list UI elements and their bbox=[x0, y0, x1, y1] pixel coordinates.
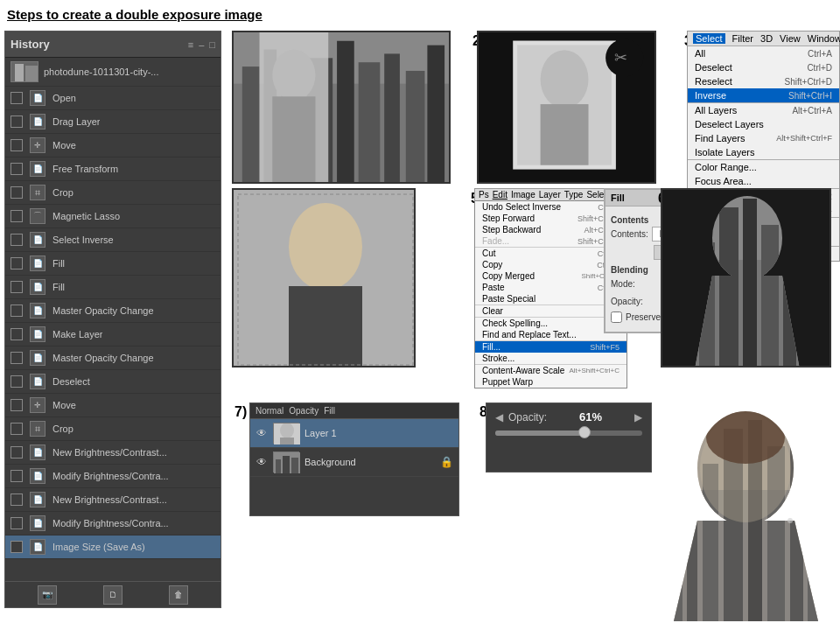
history-item-crop2[interactable]: ⌗ Crop bbox=[5, 417, 220, 441]
menu-item-all-layers[interactable]: All LayersAlt+Ctrl+A bbox=[688, 102, 839, 117]
history-checkbox bbox=[10, 423, 23, 435]
svg-point-20 bbox=[541, 50, 589, 108]
history-item-label: Move bbox=[52, 400, 76, 410]
layer1-row[interactable]: 👁 Layer 1 bbox=[250, 419, 458, 448]
history-item-crop1[interactable]: ⌗ Crop bbox=[5, 181, 220, 205]
history-panel-title: History bbox=[10, 38, 50, 51]
preserve-transparency-checkbox[interactable] bbox=[611, 312, 622, 323]
menu-window[interactable]: Window bbox=[808, 33, 840, 44]
doc-icon: 📄 bbox=[30, 374, 46, 389]
history-item-new-brightness1[interactable]: 📄 New Brightness/Contrast... bbox=[5, 441, 220, 465]
history-item-magnetic-lasso[interactable]: ⌒ Magnetic Lasso bbox=[5, 205, 220, 228]
history-item-master-opacity1[interactable]: 📄 Master Opacity Change bbox=[5, 299, 220, 323]
svg-rect-45 bbox=[280, 438, 294, 444]
menu-item-all[interactable]: AllCtrl+A bbox=[688, 46, 839, 60]
opacity-row: ◀ Opacity: 61% ▶ bbox=[486, 403, 651, 430]
edit-fill[interactable]: Fill...Shift+F5 bbox=[475, 340, 626, 353]
doc-icon: 📄 bbox=[30, 256, 46, 271]
history-item-label: Select Inverse bbox=[52, 234, 114, 245]
menu-item-inverse[interactable]: InverseShift+Ctrl+I bbox=[688, 88, 839, 102]
history-item-master-opacity2[interactable]: 📄 Master Opacity Change bbox=[5, 346, 220, 370]
history-minimize-icon[interactable]: – bbox=[199, 39, 204, 50]
edit-menu[interactable]: Edit bbox=[493, 190, 508, 200]
history-item-fill2[interactable]: 📄 Fill bbox=[5, 276, 220, 299]
history-item-modify-brightness1[interactable]: 📄 Modify Brightness/Contra... bbox=[5, 465, 220, 488]
svg-rect-12 bbox=[406, 71, 425, 182]
history-item-image-size[interactable]: 📄 Image Size (Save As) bbox=[5, 536, 220, 559]
history-checkbox bbox=[10, 541, 23, 553]
history-item-label: New Brightness/Contrast... bbox=[52, 447, 167, 458]
svg-rect-10 bbox=[359, 62, 381, 182]
menu-item-reselect[interactable]: ReselectShift+Ctrl+D bbox=[688, 74, 839, 88]
type-menu[interactable]: Type bbox=[564, 190, 584, 200]
svg-rect-63 bbox=[808, 451, 823, 621]
history-menu-icon[interactable]: ≡ bbox=[188, 39, 193, 50]
history-item-move1[interactable]: ✛ Move bbox=[5, 134, 220, 158]
opacity-left-arrow[interactable]: ◀ bbox=[495, 411, 503, 424]
menu-filter[interactable]: Filter bbox=[732, 33, 753, 44]
menu-item-focus-area[interactable]: Focus Area... bbox=[688, 174, 839, 188]
delete-state-button[interactable]: 🗑 bbox=[169, 585, 188, 605]
layer-menu[interactable]: Layer bbox=[539, 190, 561, 200]
bg-thumbnail bbox=[273, 452, 299, 472]
menu-item-find-layers[interactable]: Find LayersAlt+Shift+Ctrl+F bbox=[688, 131, 839, 145]
svg-point-66 bbox=[788, 518, 793, 523]
opacity-right-arrow[interactable]: ▶ bbox=[634, 411, 642, 424]
opacity-label: Opacity: bbox=[508, 411, 547, 424]
opacity-slider-track[interactable] bbox=[495, 430, 642, 436]
opacity-value[interactable]: 61% bbox=[552, 410, 629, 424]
contents-label: Contents: bbox=[611, 229, 648, 239]
edit-stroke[interactable]: Stroke... bbox=[475, 353, 626, 364]
bg-visibility-icon[interactable]: 👁 bbox=[256, 456, 268, 468]
history-checkbox bbox=[10, 375, 23, 388]
history-checkbox bbox=[10, 116, 23, 128]
history-snapshot[interactable]: photodune-1011301-city-... bbox=[5, 58, 220, 87]
history-item-fill1[interactable]: 📄 Fill bbox=[5, 252, 220, 276]
history-item-open[interactable]: 📄 Open bbox=[5, 87, 220, 110]
edit-content-aware[interactable]: Content-Aware ScaleAlt+Shift+Ctrl+C bbox=[475, 364, 626, 376]
svg-rect-2 bbox=[25, 66, 38, 81]
history-item-drag-layer[interactable]: 📄 Drag Layer bbox=[5, 110, 220, 134]
image-menu[interactable]: Image bbox=[511, 190, 536, 200]
edit-puppet-warp[interactable]: Puppet Warp bbox=[475, 376, 626, 388]
fill-header-label: Fill bbox=[324, 406, 335, 416]
opacity-fill-label: Opacity: bbox=[611, 297, 659, 306]
opacity-slider-row bbox=[486, 430, 651, 443]
history-item-modify-brightness2[interactable]: 📄 Modify Brightness/Contra... bbox=[5, 512, 220, 536]
history-expand-icon[interactable]: □ bbox=[209, 39, 215, 50]
history-item-select-inverse[interactable]: 📄 Select Inverse bbox=[5, 228, 220, 252]
history-item-label: Fill bbox=[52, 258, 65, 269]
history-item-new-brightness2[interactable]: 📄 New Brightness/Contrast... bbox=[5, 488, 220, 512]
history-item-label: Modify Brightness/Contra... bbox=[52, 518, 169, 528]
crop-icon: ⌗ bbox=[30, 421, 46, 437]
menu-item-isolate-layers[interactable]: Isolate Layers bbox=[688, 145, 839, 159]
step6-image bbox=[661, 188, 831, 368]
new-document-button[interactable]: 🗋 bbox=[103, 585, 122, 605]
snapshot-label: photodune-1011301-city-... bbox=[44, 66, 158, 77]
menu-select[interactable]: Select bbox=[693, 33, 725, 44]
history-item-free-transform[interactable]: 📄 Free Transform bbox=[5, 158, 220, 181]
new-snapshot-button[interactable]: 📷 bbox=[38, 585, 57, 605]
step1-city-bg bbox=[234, 32, 449, 182]
history-item-make-layer[interactable]: 📄 Make Layer bbox=[5, 323, 220, 346]
menu-item-deselect[interactable]: DeselectCtrl+D bbox=[688, 60, 839, 74]
history-item-label: Crop bbox=[52, 187, 74, 198]
opacity-slider-thumb[interactable] bbox=[578, 426, 591, 438]
menu-3d[interactable]: 3D bbox=[760, 33, 773, 44]
history-item-label: Modify Brightness/Contra... bbox=[52, 471, 169, 481]
step7-label: 7) bbox=[234, 404, 247, 420]
menu-item-color-range[interactable]: Color Range... bbox=[688, 159, 839, 174]
menu-item-deselect-layers[interactable]: Deselect Layers bbox=[688, 117, 839, 131]
layer-lock-icon: 🔒 bbox=[440, 456, 453, 468]
menu-view[interactable]: View bbox=[780, 33, 801, 44]
doc-icon: 📄 bbox=[30, 90, 46, 106]
layer1-visibility-icon[interactable]: 👁 bbox=[256, 427, 268, 439]
history-item-deselect[interactable]: 📄 Deselect bbox=[5, 370, 220, 394]
history-checkbox bbox=[10, 328, 23, 340]
doc-icon: 📄 bbox=[30, 539, 46, 555]
background-layer-row[interactable]: 👁 Background 🔒 bbox=[250, 448, 458, 477]
history-checkbox bbox=[10, 470, 23, 482]
crop-icon: ⌗ bbox=[30, 185, 46, 200]
doc-icon: 📄 bbox=[30, 444, 46, 460]
history-item-move2[interactable]: ✛ Move bbox=[5, 394, 220, 417]
